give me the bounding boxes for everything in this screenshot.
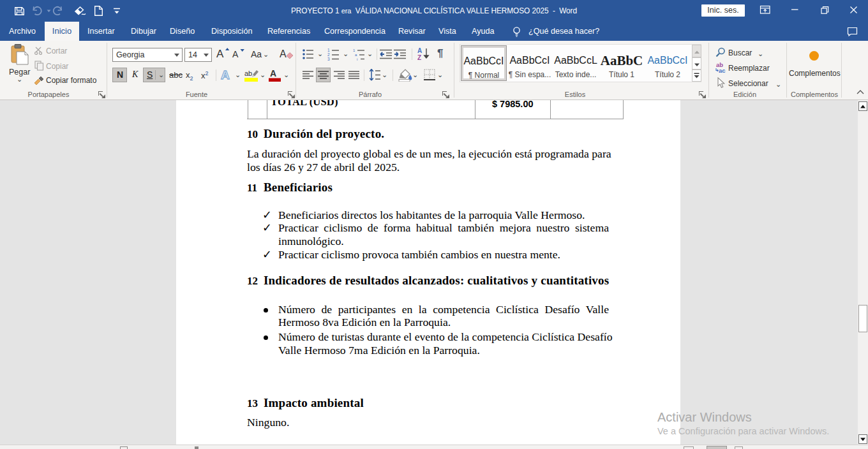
svg-text:A: A [232, 49, 239, 59]
svg-text:ab: ab [244, 70, 252, 77]
svg-text:A: A [221, 68, 230, 81]
svg-text:1: 1 [327, 48, 330, 52]
svg-text:A: A [270, 68, 276, 78]
svg-text:A: A [216, 48, 224, 59]
svg-text:ac: ac [719, 67, 726, 73]
svg-text:A: A [417, 47, 422, 54]
svg-text:i: i [357, 57, 357, 61]
svg-text:A: A [280, 48, 287, 59]
svg-text:1: 1 [353, 48, 355, 52]
svg-text:a: a [355, 53, 357, 57]
svg-text:3: 3 [327, 57, 330, 61]
svg-text:Z: Z [417, 54, 421, 61]
